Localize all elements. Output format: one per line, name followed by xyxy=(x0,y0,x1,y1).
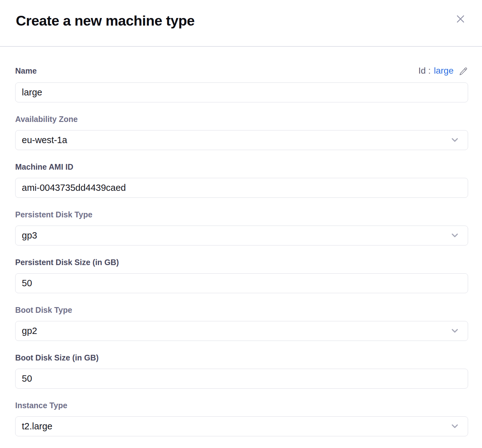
chevron-down-icon xyxy=(450,137,460,143)
persistent-disk-size-label: Persistent Disk Size (in GB) xyxy=(15,258,468,267)
instance-type-label: Instance Type xyxy=(15,401,468,410)
field-availability-zone: Availability Zone eu-west-1a xyxy=(15,115,468,150)
availability-zone-select[interactable]: eu-west-1a xyxy=(15,130,468,150)
modal-title: Create a new machine type xyxy=(16,13,195,29)
id-display: Id : large xyxy=(418,66,468,76)
chevron-down-icon xyxy=(450,424,460,429)
name-label-row: Name Id : large xyxy=(15,66,468,76)
field-name: Name Id : large xyxy=(15,66,468,102)
boot-disk-type-value: gp2 xyxy=(22,326,37,336)
modal-header: Create a new machine type xyxy=(0,0,482,47)
create-machine-type-modal: Create a new machine type Name Id : larg… xyxy=(0,0,482,448)
field-machine-ami-id: Machine AMI ID xyxy=(15,162,468,198)
id-prefix-text: Id : xyxy=(418,66,431,76)
chevron-down-icon xyxy=(450,233,460,239)
close-button[interactable] xyxy=(452,10,469,28)
instance-type-value: t2.large xyxy=(22,421,53,432)
machine-ami-id-input[interactable] xyxy=(15,178,468,198)
field-boot-disk-size: Boot Disk Size (in GB) xyxy=(15,353,468,389)
persistent-disk-size-input[interactable] xyxy=(15,273,468,293)
persistent-disk-type-label: Persistent Disk Type xyxy=(15,210,468,219)
instance-type-select[interactable]: t2.large xyxy=(15,416,468,436)
modal-body: Name Id : large Availability Zone xyxy=(0,47,482,448)
field-persistent-disk-type: Persistent Disk Type gp3 xyxy=(15,210,468,245)
chevron-down-icon xyxy=(450,328,460,334)
id-value-text: large xyxy=(434,66,454,76)
pencil-icon[interactable] xyxy=(458,67,468,77)
boot-disk-size-label: Boot Disk Size (in GB) xyxy=(15,353,468,362)
machine-ami-id-label: Machine AMI ID xyxy=(15,162,468,171)
boot-disk-size-input[interactable] xyxy=(15,369,468,389)
availability-zone-value: eu-west-1a xyxy=(22,135,67,145)
persistent-disk-type-select[interactable]: gp3 xyxy=(15,226,468,245)
persistent-disk-type-value: gp3 xyxy=(22,230,37,241)
field-boot-disk-type: Boot Disk Type gp2 xyxy=(15,306,468,341)
name-input[interactable] xyxy=(15,82,468,102)
field-persistent-disk-size: Persistent Disk Size (in GB) xyxy=(15,258,468,293)
boot-disk-type-label: Boot Disk Type xyxy=(15,306,468,314)
boot-disk-type-select[interactable]: gp2 xyxy=(15,321,468,341)
field-instance-type: Instance Type t2.large xyxy=(15,401,468,436)
close-icon xyxy=(454,13,467,25)
availability-zone-label: Availability Zone xyxy=(15,115,468,124)
name-label: Name xyxy=(15,66,37,75)
